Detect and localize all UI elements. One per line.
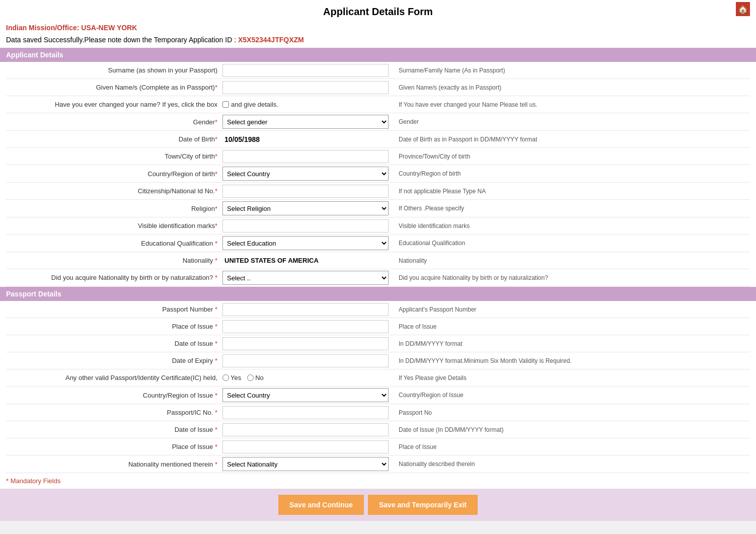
country-issue-hint: Country/Region of Issue <box>389 392 750 399</box>
home-icon[interactable]: 🏠 <box>736 2 750 16</box>
passport-ic-label: Passport/IC No. * <box>6 409 222 416</box>
date-expiry-row: Date of Expiry * In DD/MM/YYYY format.Mi… <box>6 352 750 369</box>
country-issue-select[interactable]: Select Country <box>222 388 389 402</box>
religion-label: Religion* <box>6 205 222 212</box>
changed-name-row: Have you ever changed your name? If yes,… <box>6 96 750 113</box>
town-row: Town/City of birth* Province/Town/City o… <box>6 148 750 165</box>
surname-input-area <box>222 64 389 77</box>
given-name-row: Given Name/s (Complete as in Passport)* … <box>6 79 750 96</box>
success-message: Data saved Successfully.Please note down… <box>0 34 756 48</box>
given-name-input-area <box>222 81 389 94</box>
place-issue-input[interactable] <box>222 320 389 333</box>
country-birth-select[interactable]: Select Country <box>222 167 389 181</box>
other-passport-input-area: Yes No <box>222 374 389 382</box>
given-name-input[interactable] <box>222 81 389 94</box>
place-issue-ic-row: Place of Issue * Place of Issue <box>6 438 750 455</box>
visible-marks-hint: Visible identification marks <box>389 222 750 230</box>
town-label: Town/City of birth* <box>6 152 222 160</box>
town-hint: Province/Town/City of birth <box>389 153 750 160</box>
country-birth-label: Country/Region of birth* <box>6 170 222 178</box>
religion-row: Religion* Select Religion Hindu Muslim C… <box>6 200 750 217</box>
nationality-therein-label: Nationality mentioned therein * <box>6 461 222 468</box>
country-birth-hint: Country/Region of birth <box>389 170 750 177</box>
dob-value: 10/05/1988 <box>222 135 260 143</box>
place-issue-ic-input-area <box>222 440 389 453</box>
date-expiry-hint: In DD/MM/YYYY format.Minimum Six Month V… <box>389 357 750 364</box>
education-input-area: Select Education Below Matriculation Mat… <box>222 236 389 250</box>
date-issue-input[interactable] <box>222 337 389 350</box>
passport-number-hint: Applicant's Passport Number <box>389 306 750 313</box>
dob-label: Date of Birth* <box>6 135 222 143</box>
date-expiry-input[interactable] <box>222 354 389 367</box>
country-birth-row: Country/Region of birth* Select Country … <box>6 165 750 183</box>
other-passport-label: Any other valid Passport/Identity Certif… <box>6 374 222 382</box>
education-select[interactable]: Select Education Below Matriculation Mat… <box>222 236 389 250</box>
religion-select[interactable]: Select Religion Hindu Muslim Christian S… <box>222 201 389 215</box>
other-passport-yes-radio[interactable] <box>222 374 229 381</box>
date-issue-ic-input[interactable] <box>222 423 389 436</box>
place-issue-input-area <box>222 320 389 333</box>
place-issue-ic-hint: Place of Issue <box>389 443 750 450</box>
save-continue-button[interactable]: Save and Continue <box>278 495 364 515</box>
surname-label: Surname (as shown in your Passport) <box>6 66 222 74</box>
dob-value-area: 10/05/1988 <box>222 135 389 143</box>
nationality-value-area: UNITED STATES OF AMERICA <box>222 257 389 264</box>
mandatory-note: * Mandatory Fields <box>0 473 756 489</box>
passport-ic-input-area <box>222 406 389 419</box>
save-exit-button[interactable]: Save and Temporarily Exit <box>368 495 478 515</box>
citizenship-input[interactable] <box>222 185 389 198</box>
date-issue-ic-input-area <box>222 423 389 436</box>
place-issue-row: Place of Issue * Place of Issue <box>6 318 750 335</box>
citizenship-label: Citizenship/National Id No.* <box>6 187 222 195</box>
passport-details-header: Passport Details <box>0 287 756 301</box>
changed-name-checkbox[interactable] <box>222 101 229 108</box>
date-expiry-label: Date of Expiry * <box>6 357 222 364</box>
other-passport-no-radio[interactable] <box>247 374 254 381</box>
visible-marks-label: Visible identification marks* <box>6 222 222 230</box>
mission-label: Indian Mission/Office: <box>6 24 79 32</box>
surname-input[interactable] <box>222 64 389 77</box>
place-issue-ic-label: Place of Issue * <box>6 443 222 450</box>
acquire-nationality-label: Did you acquire Nationality by birth or … <box>6 274 222 282</box>
education-row: Educational Qualification * Select Educa… <box>6 235 750 252</box>
passport-ic-row: Passport/IC No. * Passport No <box>6 404 750 421</box>
citizenship-row: Citizenship/National Id No.* If not appl… <box>6 183 750 200</box>
visible-marks-input[interactable] <box>222 219 389 233</box>
other-passport-row: Any other valid Passport/Identity Certif… <box>6 369 750 387</box>
gender-input-area: Select gender Male Female Other <box>222 115 389 129</box>
page-title: Applicant Details Form <box>323 2 433 20</box>
gender-select[interactable]: Select gender Male Female Other <box>222 115 389 129</box>
changed-name-area: and give details. <box>222 101 389 108</box>
acquire-nationality-select[interactable]: Select .. By Birth By Naturalization <box>222 271 389 285</box>
passport-number-input[interactable] <box>222 303 389 316</box>
surname-row: Surname (as shown in your Passport) Surn… <box>6 62 750 79</box>
education-label: Educational Qualification * <box>6 240 222 247</box>
given-name-label: Given Name/s (Complete as in Passport)* <box>6 84 222 91</box>
nationality-therein-select[interactable]: Select Nationality <box>222 457 389 471</box>
citizenship-hint: If not applicable Please Type NA <box>389 188 750 195</box>
applicant-details-form: Surname (as shown in your Passport) Surn… <box>0 62 756 287</box>
changed-name-hint: If You have ever changed your Name Pleas… <box>389 101 750 108</box>
place-issue-ic-input[interactable] <box>222 440 389 453</box>
passport-details-form: Passport Number * Applicant's Passport N… <box>0 301 756 473</box>
nationality-hint: Nationality <box>389 257 750 264</box>
gender-hint: Gender <box>389 118 750 125</box>
date-issue-row: Date of Issue * In DD/MM/YYYY format <box>6 335 750 352</box>
other-passport-no-label: No <box>247 374 264 382</box>
acquire-nationality-row: Did you acquire Nationality by birth or … <box>6 269 750 287</box>
other-passport-hint: If Yes Please give Details <box>389 374 750 382</box>
town-input-area <box>222 150 389 163</box>
town-input[interactable] <box>222 150 389 163</box>
country-issue-input-area: Select Country <box>222 388 389 402</box>
mission-value: USA-NEW YORK <box>81 24 137 32</box>
date-issue-ic-row: Date of Issue * Date of Issue (In DD/MM/… <box>6 421 750 438</box>
citizenship-input-area <box>222 185 389 198</box>
given-name-hint: Given Name/s (exactly as in Passport) <box>389 84 750 91</box>
date-expiry-input-area <box>222 354 389 367</box>
surname-hint: Surname/Family Name (As in Passport) <box>389 67 750 74</box>
passport-ic-input[interactable] <box>222 406 389 419</box>
dob-hint: Date of Birth as in Passport in DD/MM/YY… <box>389 136 750 143</box>
gender-label: Gender* <box>6 118 222 126</box>
other-passport-yes-label: Yes <box>222 374 241 382</box>
applicant-details-header: Applicant Details <box>0 48 756 62</box>
